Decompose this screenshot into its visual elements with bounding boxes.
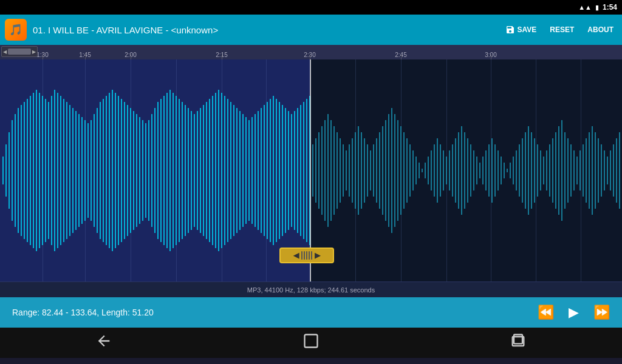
minimap-bar [8, 49, 31, 55]
minimap-left-arrow[interactable]: ◀ [3, 49, 7, 55]
file-info-text: MP3, 44100 Hz, 128 kbps; 244.61 seconds [247, 286, 375, 294]
status-bar: ▲▲ ▮ 1:54 [0, 0, 622, 15]
range-info: Range: 82.44 - 133.64, Length: 51.20 [12, 308, 538, 317]
reset-button[interactable]: RESET [546, 23, 578, 36]
rewind-button[interactable]: ⏪ [538, 305, 554, 320]
play-button[interactable]: ▶ [569, 305, 579, 320]
app-icon-symbol: 🎵 [9, 23, 22, 36]
reset-label: RESET [550, 25, 574, 34]
waveform-container[interactable]: ◀ ▶ 1:301:452:002:152:302:453:00 [0, 45, 622, 281]
track-title: 01. I WILL BE - AVRIL LAVIGNE - <unknown… [33, 25, 496, 35]
trim-line-3 [306, 251, 307, 260]
home-button[interactable] [302, 332, 320, 353]
trim-handle[interactable]: ◀ ▶ [279, 248, 334, 263]
toolbar: 🎵 01. I WILL BE - AVRIL LAVIGNE - <unkno… [0, 15, 622, 45]
back-button[interactable] [95, 332, 112, 353]
about-label: ABOUT [587, 25, 613, 34]
save-label: SAVE [518, 25, 537, 34]
trim-line-4 [309, 251, 310, 260]
wifi-icon: ▲▲ [578, 4, 592, 11]
status-time: 1:54 [603, 3, 617, 12]
trim-line-2 [304, 251, 305, 260]
timeline-ruler: ◀ ▶ 1:301:452:002:152:302:453:00 [0, 45, 622, 59]
trim-lines [301, 251, 312, 260]
battery-icon: ▮ [595, 4, 599, 12]
file-info-bar: MP3, 44100 Hz, 128 kbps; 244.61 seconds [0, 281, 622, 297]
recents-button[interactable] [510, 332, 527, 353]
svg-rect-2 [514, 335, 522, 344]
nav-bar [0, 328, 622, 358]
trim-right-arrow[interactable]: ▶ [315, 251, 320, 260]
minimap-right-arrow[interactable]: ▶ [32, 49, 36, 55]
trim-left-arrow[interactable]: ◀ [293, 251, 299, 260]
transport-controls: ⏪ ▶ ⏩ [538, 305, 610, 320]
svg-rect-0 [304, 335, 317, 348]
trim-line-1 [301, 251, 302, 260]
minimap-scrollbar[interactable]: ◀ ▶ [1, 46, 38, 57]
trim-line-5 [311, 251, 312, 260]
app-icon: 🎵 [5, 19, 27, 41]
about-button[interactable]: ABOUT [584, 23, 617, 36]
fast-forward-button[interactable]: ⏩ [593, 305, 610, 320]
save-button[interactable]: SAVE [502, 22, 541, 37]
transport-bar: Range: 82.44 - 133.64, Length: 51.20 ⏪ ▶… [0, 297, 622, 328]
waveform-area[interactable]: ◀ ▶ [0, 59, 622, 281]
